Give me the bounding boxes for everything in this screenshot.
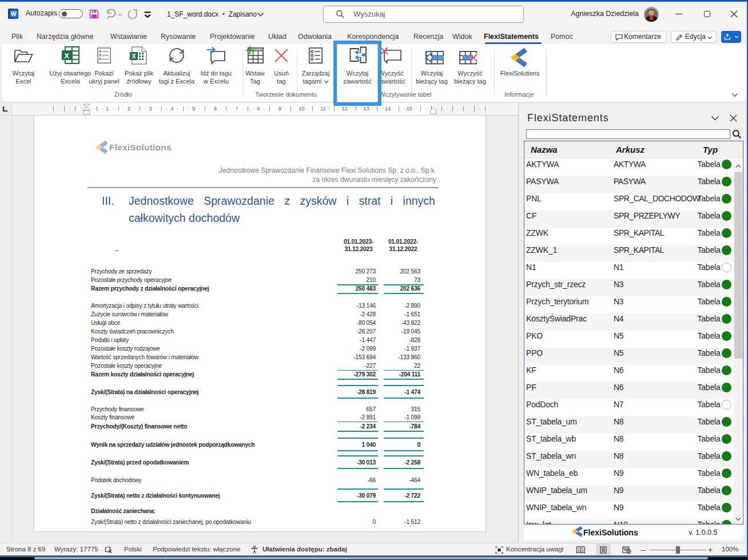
svg-text:W: W <box>11 10 17 17</box>
svg-text:X: X <box>132 53 136 59</box>
svg-text:X: X <box>64 51 69 60</box>
